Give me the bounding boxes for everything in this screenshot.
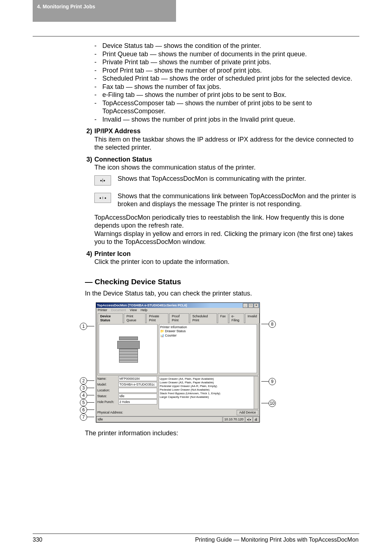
tab-e-filing[interactable]: e-Filing	[229, 313, 244, 323]
statusbar-status: Idle	[96, 416, 222, 422]
callout-9: 9	[269, 378, 276, 385]
dash: -	[94, 99, 102, 115]
location-label: Location:	[97, 388, 118, 392]
bullet-text: TopAccessComposer tab — shows the number…	[102, 99, 359, 115]
location-field[interactable]	[118, 388, 157, 393]
section-title: Connection Status	[94, 155, 359, 164]
minimize-button[interactable]: _	[243, 303, 248, 308]
bullet-text: Private Print tab — shows the number of …	[102, 58, 359, 66]
tab-scheduled-print[interactable]: Scheduled Print	[190, 313, 217, 323]
status-label: Status:	[97, 394, 118, 398]
bullet-text: Proof Print tab — shows the number of pr…	[102, 66, 359, 75]
callout-8: 8	[269, 321, 276, 328]
section-title: Printer Icon	[94, 250, 359, 258]
tree-item[interactable]: Printer Information	[160, 325, 256, 329]
bullet-text: Print Queue tab — shows the number of do…	[102, 50, 359, 58]
list-item: Pedestal Upper Drawer (A4-R, Plain, Empt…	[160, 384, 257, 388]
section-number: 3)	[86, 155, 94, 164]
holepunch-label: Hole Punch:	[97, 400, 118, 404]
dash: -	[94, 50, 102, 58]
name-label: Name:	[97, 377, 118, 381]
list-item: Stack Feed Bypass (Unknown, Thick 1, Emp…	[160, 392, 257, 395]
dash: -	[94, 58, 102, 66]
menu-document[interactable]: Document	[111, 308, 126, 312]
bullet-text: Scheduled Print tab — shows the order of…	[102, 74, 359, 83]
section-number: 4)	[86, 250, 94, 258]
info-tree[interactable]: Printer Information 📁 Drawer Status 📊 Co…	[159, 324, 257, 373]
tab-device-status[interactable]: Device Status	[98, 313, 123, 323]
tab-proof-print[interactable]: Proof Print	[169, 313, 189, 323]
callout-10: 10	[269, 400, 276, 407]
connection-ok-icon: ⬥|⬥	[94, 175, 111, 186]
dash: -	[94, 74, 102, 83]
maximize-button[interactable]: □	[248, 303, 253, 308]
icon-description: Shows that TopAccessDocMon is communicat…	[118, 175, 359, 186]
paragraph: Warnings display in yellow and errors in…	[94, 230, 359, 246]
tree-item[interactable]: 📊 Counter	[160, 334, 256, 338]
tab-print-queue[interactable]: Print Queue	[124, 313, 146, 323]
bullet-text: Fax tab — shows the number of fax jobs.	[102, 83, 359, 91]
footer-text: Printing Guide — Monitoring Print Jobs w…	[195, 537, 359, 543]
scrollbar[interactable]	[254, 376, 258, 409]
add-device-button[interactable]: Add Device	[237, 410, 258, 415]
section-body: This item on the taskbar shows the IP ad…	[94, 135, 359, 152]
callout-6: 6	[80, 406, 87, 414]
model-field[interactable]: TOSHIBA e-STUDIO351c	[118, 382, 157, 387]
section-number: 2)	[86, 127, 94, 135]
menu-help[interactable]: Help	[140, 308, 147, 312]
drawer-list[interactable]: Upper Drawer (A4, Plain, Paper Available…	[159, 376, 258, 409]
callout-4: 4	[80, 392, 87, 399]
dash: -	[94, 66, 102, 75]
bullet-text: Invalid — shows the number of print jobs…	[102, 115, 359, 124]
statusbar-conn-icon: ⬥|⬥	[245, 416, 253, 422]
section-body: Click the printer icon to update the inf…	[94, 258, 359, 266]
callout-2: 2	[80, 377, 87, 384]
close-button[interactable]: ×	[254, 303, 259, 308]
section-body: The icon shows the communication status …	[94, 163, 359, 172]
statusbar-ip: 10.10.70.120	[223, 416, 245, 422]
statusbar-printer-icon[interactable]: 🖨	[253, 416, 259, 422]
name-field[interactable]: MFP00000184	[118, 376, 157, 381]
menu-printer[interactable]: Printer	[98, 308, 107, 312]
callout-3: 3	[80, 384, 87, 392]
subsection-heading: — Checking Device Status	[85, 277, 359, 286]
page-header: 4. Monitoring Print Jobs	[33, 0, 176, 22]
callout-5: 5	[80, 399, 87, 406]
tab-private-print[interactable]: Private Print	[146, 313, 168, 323]
model-label: Model:	[97, 383, 118, 387]
paragraph: TopAccessDocMon periodically tries to re…	[94, 213, 359, 230]
bottom-rule	[33, 533, 359, 534]
connection-broken-icon: ⬥‖⬥	[94, 193, 111, 203]
holepunch-field[interactable]: 2 Holes	[118, 399, 157, 404]
section-title: IP/IPX Address	[94, 127, 359, 135]
page-number: 330	[33, 537, 42, 543]
app-window: TopAccessDocMon (TOSHIBA e-STUDIO451cSer…	[96, 302, 260, 423]
list-item: Large Capacity Feeder (Not Available)	[160, 395, 257, 399]
list-item: Lower Drawer (A3, Plain, Paper Available…	[160, 381, 257, 384]
icon-description: Shows that the communications link betwe…	[118, 192, 359, 208]
window-title: TopAccessDocMon (TOSHIBA e-STUDIO451cSer…	[97, 304, 187, 307]
status-field[interactable]: Idle	[118, 394, 157, 399]
callout-1: 1	[80, 323, 87, 330]
tab-fax[interactable]: Fax	[218, 313, 228, 323]
tab-invalid[interactable]: Invalid	[245, 313, 260, 323]
paragraph: The printer information includes:	[85, 429, 359, 437]
dash: -	[94, 91, 102, 99]
dash: -	[94, 42, 102, 50]
bullet-text: e-Filing tab — shows the number of print…	[102, 91, 359, 99]
dash: -	[94, 83, 102, 91]
callout-7: 7	[80, 414, 87, 421]
tree-item[interactable]: 📁 Drawer Status	[160, 329, 256, 333]
printer-image[interactable]	[99, 324, 158, 374]
bullet-text: Device Status tab — shows the condition …	[102, 42, 359, 50]
top-rule	[33, 36, 359, 37]
list-item: Pedestal Lower Drawer (Not Available)	[160, 388, 257, 392]
dash: -	[94, 115, 102, 124]
menu-view[interactable]: View	[130, 308, 137, 312]
paragraph: In the Device Status tab, you can check …	[85, 289, 359, 298]
list-item: Upper Drawer (A4, Plain, Paper Available…	[160, 377, 257, 381]
menu-bar: Printer Document View Help	[96, 308, 260, 313]
physical-address-label: Physical Address:	[97, 411, 123, 415]
